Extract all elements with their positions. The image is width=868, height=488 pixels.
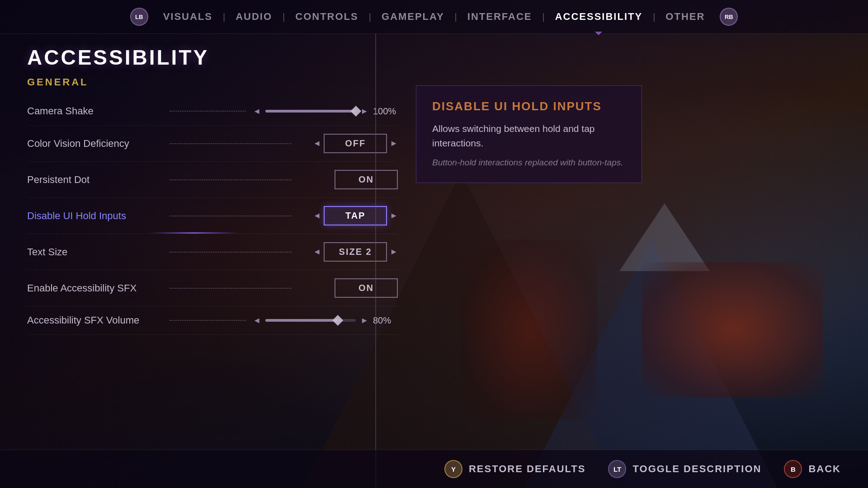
toggle-disable-ui-hold: ◄ TAP ► — [313, 206, 398, 225]
nav-item-interface[interactable]: INTERFACE — [459, 11, 540, 23]
toggle-box-persistent-dot[interactable]: ON — [335, 170, 398, 189]
nav-lb-button[interactable]: LB — [130, 8, 148, 26]
description-box: DISABLE UI HOLD INPUTS Allows switching … — [416, 85, 642, 183]
setting-row-camera-shake[interactable]: Camera Shake ◄ ► 100% — [27, 97, 398, 126]
slider-left-arrow-camera-shake: ◄ — [253, 107, 261, 116]
dots-persistent-dot — [170, 179, 292, 180]
restore-defaults-action[interactable]: Y RESTORE DEFAULTS — [444, 460, 586, 478]
dots-color-vision — [170, 143, 292, 144]
top-nav: LB VISUALS | AUDIO | CONTROLS | GAMEPLAY… — [0, 0, 868, 34]
toggle-persistent-dot: ON — [335, 170, 398, 189]
toggle-box-disable-ui-hold[interactable]: TAP — [324, 206, 387, 225]
slider-track-volume — [265, 319, 356, 322]
b-button: B — [784, 460, 802, 478]
slider-thumb-camera-shake — [350, 106, 361, 117]
setting-label-color-vision: Color Vision Deficiency — [27, 138, 163, 150]
lt-button: LT — [608, 460, 626, 478]
nav-sep-5: | — [542, 12, 544, 22]
y-button: Y — [444, 460, 462, 478]
slider-right-arrow-volume: ► — [360, 316, 368, 325]
dots-disable-ui-hold — [170, 216, 292, 216]
ui-layer: LB VISUALS | AUDIO | CONTROLS | GAMEPLAY… — [0, 0, 868, 488]
setting-row-color-vision[interactable]: Color Vision Deficiency ◄ OFF ► — [27, 126, 398, 162]
nav-item-accessibility[interactable]: ACCESSIBILITY — [547, 11, 651, 23]
nav-item-other[interactable]: OTHER — [657, 11, 713, 23]
page-title-area: ACCESSIBILITY — [0, 34, 868, 76]
toggle-box-color-vision[interactable]: OFF — [324, 134, 387, 153]
toggle-right-text-size: ► — [390, 247, 398, 257]
control-persistent-dot: ON — [298, 170, 398, 189]
control-text-size: ◄ SIZE 2 ► — [298, 242, 398, 262]
nav-sep-1: | — [223, 12, 225, 22]
nav-item-visuals[interactable]: VISUALS — [155, 11, 221, 23]
setting-label-accessibility-sfx: Enable Accessibility SFX — [27, 282, 163, 294]
setting-label-accessibility-volume: Accessibility SFX Volume — [27, 314, 163, 326]
toggle-description-action[interactable]: LT TOGGLE DESCRIPTION — [608, 460, 761, 478]
toggle-left-color-vision: ◄ — [313, 139, 321, 148]
control-disable-ui-hold: ◄ TAP ► — [298, 206, 398, 225]
slider-value-camera-shake: 100% — [373, 106, 398, 117]
setting-row-accessibility-volume[interactable]: Accessibility SFX Volume ◄ ► 80% — [27, 306, 398, 335]
page-title: ACCESSIBILITY — [27, 45, 841, 70]
slider-fill-volume — [265, 319, 338, 322]
nav-item-audio[interactable]: AUDIO — [227, 11, 280, 23]
nav-sep-3: | — [369, 12, 371, 22]
dots-text-size — [170, 252, 292, 253]
setting-label-persistent-dot: Persistent Dot — [27, 174, 163, 186]
slider-right-arrow-camera-shake: ► — [360, 107, 368, 116]
nav-sep-4: | — [455, 12, 457, 22]
toggle-text-size: ◄ SIZE 2 ► — [313, 242, 398, 262]
settings-panel: GENERAL Camera Shake ◄ ► 100% — [27, 76, 398, 335]
setting-label-disable-ui-hold: Disable UI Hold Inputs — [27, 210, 163, 222]
toggle-accessibility-sfx: ON — [335, 278, 398, 298]
toggle-right-disable-ui-hold: ► — [390, 211, 398, 221]
bottom-bar: Y RESTORE DEFAULTS LT TOGGLE DESCRIPTION… — [0, 450, 868, 488]
main-content: GENERAL Camera Shake ◄ ► 100% — [0, 76, 868, 335]
dots-accessibility-volume — [170, 320, 246, 321]
toggle-box-text-size[interactable]: SIZE 2 — [324, 242, 387, 262]
slider-thumb-volume — [332, 315, 343, 326]
dots-accessibility-sfx — [170, 288, 292, 289]
toggle-left-text-size: ◄ — [313, 247, 321, 257]
nav-rb-button[interactable]: RB — [720, 8, 738, 26]
control-accessibility-sfx: ON — [298, 278, 398, 298]
nav-item-gameplay[interactable]: GAMEPLAY — [373, 11, 453, 23]
section-label: GENERAL — [27, 76, 398, 88]
description-panel: DISABLE UI HOLD INPUTS Allows switching … — [416, 85, 841, 335]
slider-left-arrow-volume: ◄ — [253, 316, 261, 325]
toggle-description-label: TOGGLE DESCRIPTION — [632, 463, 761, 475]
toggle-box-accessibility-sfx[interactable]: ON — [335, 278, 398, 298]
nav-sep-6: | — [653, 12, 655, 22]
setting-row-disable-ui-hold[interactable]: Disable UI Hold Inputs ◄ TAP ► — [27, 198, 398, 234]
toggle-color-vision: ◄ OFF ► — [313, 134, 398, 153]
slider-track-camera-shake — [265, 110, 356, 113]
dots-camera-shake — [170, 111, 246, 112]
restore-defaults-label: RESTORE DEFAULTS — [469, 463, 586, 475]
control-color-vision: ◄ OFF ► — [298, 134, 398, 153]
nav-sep-2: | — [283, 12, 285, 22]
setting-row-persistent-dot[interactable]: Persistent Dot ON — [27, 162, 398, 198]
slider-value-volume: 80% — [373, 315, 398, 326]
setting-label-camera-shake: Camera Shake — [27, 105, 163, 117]
vertical-divider — [375, 34, 376, 488]
setting-label-text-size: Text Size — [27, 246, 163, 258]
toggle-left-disable-ui-hold: ◄ — [313, 211, 321, 221]
desc-note-text: Button-hold interactions replaced with b… — [432, 157, 626, 169]
toggle-right-color-vision: ► — [390, 139, 398, 148]
setting-row-text-size[interactable]: Text Size ◄ SIZE 2 ► — [27, 234, 398, 270]
desc-main-text: Allows switching between hold and tap in… — [432, 122, 626, 150]
setting-row-accessibility-sfx[interactable]: Enable Accessibility SFX ON — [27, 270, 398, 306]
nav-item-controls[interactable]: CONTROLS — [287, 11, 366, 23]
back-action[interactable]: B BACK — [784, 460, 841, 478]
desc-title: DISABLE UI HOLD INPUTS — [432, 99, 626, 113]
slider-fill-camera-shake — [265, 110, 356, 113]
back-label: BACK — [808, 463, 841, 475]
